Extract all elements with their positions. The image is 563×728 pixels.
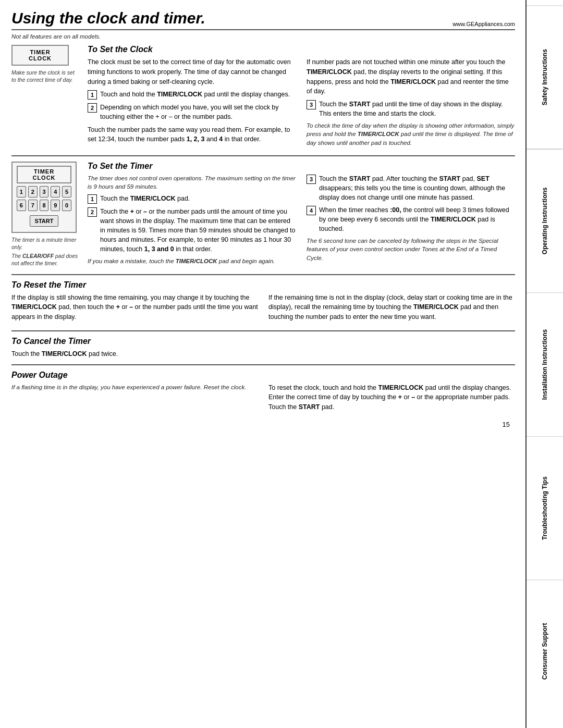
- timer-clearoff-bold: CLEAR/OFF: [22, 253, 54, 259]
- cancel-bold: TIMER/CLOCK: [42, 350, 87, 357]
- sidebar-safety: Safety Instructions: [527, 5, 563, 149]
- timer-step4-bold: TIMER/CLOCK: [431, 216, 476, 223]
- sidebar-consumer: Consumer Support: [527, 579, 563, 723]
- clock-note-bold: TIMER/CLOCK: [358, 131, 399, 137]
- power-right-text: To reset the clock, touch and hold the T…: [268, 383, 515, 412]
- timer-caption1: The timer is a minute timer only.: [11, 236, 79, 251]
- power-section-title: Power Outage: [11, 371, 515, 380]
- timer-step3: 3 Touch the START pad. After touching th…: [307, 174, 515, 202]
- clock-col-left: The clock must be set to the correct tim…: [88, 57, 296, 150]
- timer-section: TIMER CLOCK 1 2 3 4 5 6 7 8 9: [11, 162, 515, 269]
- clock-right-bold1: TIMER/CLOCK: [307, 68, 352, 76]
- reset-col-right: If the remaining time is not in the disp…: [268, 293, 515, 325]
- clock-step3: 3 Touch the START pad until the time of …: [307, 100, 515, 118]
- clock-step1-num: 1: [88, 90, 97, 100]
- timer-step2-num: 2: [88, 207, 97, 217]
- key-4: 4: [51, 186, 60, 198]
- clock-right-text: If number pads are not touched within on…: [307, 57, 515, 96]
- sidebar-operating: Operating Instructions: [527, 149, 563, 292]
- sidebar-installation-label: Installation Instructions: [541, 329, 548, 400]
- reset-bold1: TIMER/CLOCK: [11, 303, 57, 311]
- clock-step3-num: 3: [307, 100, 316, 109]
- power-col-right: To reset the clock, touch and hold the T…: [268, 383, 515, 415]
- clock-two-col: The clock must be set to the correct tim…: [88, 57, 515, 150]
- timer-step3-start2: START: [439, 175, 460, 182]
- divider-1: [11, 155, 515, 156]
- key-9: 9: [51, 200, 60, 211]
- timer-keypad-area: TIMER CLOCK 1 2 3 4 5 6 7 8 9: [11, 162, 79, 269]
- timer-step1-text: Touch the TIMER/CLOCK pad.: [100, 194, 296, 203]
- website-url: www.GEAppliances.com: [452, 21, 515, 27]
- reset-section: To Reset the Timer If the display is sti…: [11, 280, 515, 325]
- clock-step2-text: Depending on which model you have, you w…: [100, 103, 296, 121]
- clock-step2: 2 Depending on which model you have, you…: [88, 103, 296, 121]
- power-plus: +: [398, 393, 402, 401]
- reset-plus: +: [116, 303, 120, 311]
- divider-3: [11, 330, 515, 331]
- key-0: 0: [62, 200, 71, 211]
- timer-minus-bold: –: [143, 208, 147, 215]
- timer-step1-bold: TIMER/CLOCK: [130, 195, 176, 202]
- timer-start-row: START: [17, 213, 71, 227]
- timer-bottom-italic: The 6 second tone can be canceled by fol…: [307, 237, 515, 262]
- reset-right-text: If the remaining time is not in the disp…: [268, 293, 515, 322]
- clock-col-right: If number pads are not touched within on…: [307, 57, 515, 150]
- cancel-text: Touch the TIMER/CLOCK pad twice.: [11, 349, 515, 359]
- timer-mistake-note: If you make a mistake, touch the TIMER/C…: [88, 257, 296, 265]
- key-start: START: [30, 215, 58, 227]
- timer-step2: 2 Touch the + or – or the number pads un…: [88, 207, 296, 254]
- clock-step3-text: Touch the START pad until the time of da…: [319, 100, 515, 118]
- clock-step2-num: 2: [88, 103, 97, 113]
- power-section: Power Outage If a flashing time is in th…: [11, 371, 515, 415]
- reset-left-text: If the display is still showing the time…: [11, 293, 258, 322]
- timer-step3-text: Touch the START pad. After touching the …: [319, 174, 515, 202]
- timer-intro-italic: The timer does not control oven operatio…: [88, 174, 296, 191]
- clock-image-box: TIMER CLOCK Make sure the clock is set t…: [11, 45, 79, 150]
- timer-section-title: To Set the Timer: [88, 162, 515, 171]
- timer-col-right: 3 Touch the START pad. After touching th…: [307, 174, 515, 269]
- clock-section: TIMER CLOCK Make sure the clock is set t…: [11, 45, 515, 150]
- clock-right-bold2: TIMER/CLOCK: [390, 78, 436, 85]
- clock-label-top: TIMER: [18, 49, 63, 55]
- timer-step4-text: When the timer reaches :00, the control …: [319, 205, 515, 233]
- clock-italic-note: To check the time of day when the displa…: [307, 121, 515, 146]
- clock-step1: 1 Touch and hold the TIMER/CLOCK pad unt…: [88, 90, 296, 100]
- timer-label-bottom: CLOCK: [19, 175, 69, 181]
- timer-step2-bold: 1, 3 and 0: [144, 245, 174, 253]
- reset-bold2: TIMER/CLOCK: [413, 303, 459, 311]
- right-sidebar: Safety Instructions Operating Instructio…: [525, 0, 563, 728]
- power-left-italic: If a flashing time is in the display, yo…: [11, 383, 258, 391]
- timer-key-row2: 6 7 8 9 0: [17, 200, 71, 211]
- timer-step1-num: 1: [88, 194, 97, 204]
- clock-label-bottom: CLOCK: [18, 55, 63, 61]
- clock-4-bold: 4: [219, 135, 223, 143]
- power-minus: –: [411, 393, 415, 401]
- timer-step3-bold: START: [349, 175, 371, 182]
- reset-minus: –: [129, 303, 133, 311]
- power-two-col: If a flashing time is in the display, yo…: [11, 383, 515, 415]
- clock-step1-text: Touch and hold the TIMER/CLOCK pad until…: [100, 90, 296, 99]
- cancel-section: To Cancel the Timer Touch the TIMER/CLOC…: [11, 337, 515, 359]
- timer-step2-text: Touch the + or – or the number pads unti…: [100, 207, 296, 254]
- sidebar-safety-label: Safety Instructions: [541, 49, 548, 105]
- subtitle: Not all features are on all models.: [11, 32, 515, 41]
- sidebar-troubleshooting-label: Troubleshooting Tips: [541, 476, 548, 540]
- timer-set-bold: SET: [477, 175, 489, 182]
- divider-2: [11, 274, 515, 275]
- timer-two-col: The timer does not control oven operatio…: [88, 174, 515, 269]
- cancel-section-title: To Cancel the Timer: [11, 337, 515, 346]
- timer-clock-label: TIMER CLOCK: [17, 166, 71, 183]
- timer-step3-num: 3: [307, 175, 316, 184]
- clock-right-content: To Set the Clock The clock must be set t…: [88, 45, 515, 150]
- sidebar-consumer-label: Consumer Support: [541, 623, 548, 680]
- sidebar-troubleshooting: Troubleshooting Tips: [527, 436, 563, 579]
- key-7: 7: [28, 200, 38, 211]
- clock-section-title: To Set the Clock: [88, 45, 515, 54]
- timer-step4-num: 4: [307, 206, 316, 215]
- sidebar-installation: Installation Instructions: [527, 292, 563, 436]
- timer-step4: 4 When the timer reaches :00, the contro…: [307, 205, 515, 233]
- reset-two-col: If the display is still showing the time…: [11, 293, 515, 325]
- page-title: Using the clock and timer.: [11, 9, 205, 27]
- reset-section-title: To Reset the Timer: [11, 280, 515, 290]
- power-col-left: If a flashing time is in the display, yo…: [11, 383, 258, 415]
